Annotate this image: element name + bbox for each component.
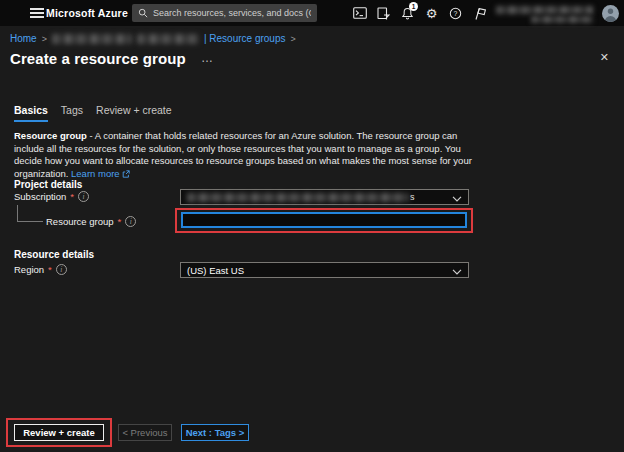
svg-text:?: ? bbox=[454, 10, 458, 17]
region-label-row: Region * i bbox=[14, 264, 67, 275]
external-link-icon bbox=[122, 169, 130, 182]
section-heading-project-details: Project details bbox=[14, 179, 82, 190]
resource-group-label: Resource group bbox=[46, 216, 114, 227]
redacted-breadcrumb-segment-1 bbox=[52, 34, 132, 44]
section-heading-resource-details: Resource details bbox=[14, 249, 94, 260]
azure-portal-window: Microsoft Azure 1 ⚙ ? bbox=[0, 0, 624, 452]
topbar-right-cluster: 1 ⚙ ? bbox=[352, 0, 619, 26]
required-marker: * bbox=[118, 216, 122, 227]
breadcrumb: Home > | Resource groups > bbox=[10, 33, 296, 44]
redacted-subscription-value bbox=[187, 193, 409, 202]
global-search[interactable] bbox=[132, 4, 317, 22]
settings-gear-icon[interactable]: ⚙ bbox=[424, 6, 439, 21]
chevron-down-icon bbox=[452, 261, 462, 279]
review-create-button[interactable]: Review + create bbox=[14, 424, 104, 441]
learn-more-link[interactable]: Learn more bbox=[71, 168, 120, 179]
next-tags-button[interactable]: Next : Tags > bbox=[181, 424, 249, 441]
directory-filter-icon[interactable] bbox=[376, 6, 391, 21]
chevron-down-icon bbox=[452, 188, 462, 206]
region-dropdown[interactable]: (US) East US bbox=[180, 262, 469, 278]
subscription-value-suffix: s bbox=[410, 192, 415, 202]
indent-connector-horizontal bbox=[17, 221, 43, 222]
subscription-label: Subscription bbox=[14, 191, 66, 202]
help-icon[interactable]: ? bbox=[448, 6, 463, 21]
indent-connector-vertical bbox=[17, 205, 18, 222]
search-input[interactable] bbox=[153, 8, 311, 18]
avatar[interactable] bbox=[602, 5, 619, 22]
required-marker: * bbox=[48, 264, 52, 275]
info-icon[interactable]: i bbox=[78, 191, 89, 202]
resource-group-input[interactable] bbox=[181, 212, 467, 228]
redacted-breadcrumb-segment-2 bbox=[137, 34, 199, 44]
title-more-menu[interactable]: … bbox=[201, 51, 214, 65]
feedback-icon[interactable] bbox=[472, 6, 487, 21]
subscription-dropdown[interactable]: s bbox=[180, 189, 469, 205]
tab-bar: Basics Tags Review + create bbox=[14, 104, 172, 122]
brand-microsoft-azure[interactable]: Microsoft Azure bbox=[46, 7, 128, 19]
cloud-shell-icon[interactable] bbox=[352, 6, 367, 21]
account-name-redacted[interactable] bbox=[496, 3, 593, 23]
required-marker: * bbox=[70, 191, 74, 202]
breadcrumb-resource-groups-link[interactable]: | Resource groups bbox=[204, 33, 286, 44]
region-value: (US) East US bbox=[187, 265, 244, 276]
notifications-bell-icon[interactable]: 1 bbox=[400, 6, 415, 21]
resource-group-label-row: Resource group * i bbox=[46, 216, 136, 227]
info-icon[interactable]: i bbox=[56, 264, 67, 275]
breadcrumb-separator: > bbox=[290, 34, 295, 44]
tab-review-create[interactable]: Review + create bbox=[96, 104, 172, 122]
hamburger-menu-icon[interactable] bbox=[30, 8, 44, 18]
tab-tags[interactable]: Tags bbox=[61, 104, 83, 122]
previous-button[interactable]: < Previous bbox=[118, 424, 172, 441]
notification-badge: 1 bbox=[409, 2, 418, 11]
breadcrumb-home-link[interactable]: Home bbox=[10, 33, 37, 44]
description-lead: Resource group bbox=[14, 130, 87, 141]
subscription-label-row: Subscription * i bbox=[14, 191, 89, 202]
page-title: Create a resource group bbox=[10, 50, 186, 67]
redacted-account-line1 bbox=[496, 6, 593, 14]
resource-group-description: Resource group - A container that holds … bbox=[14, 130, 484, 181]
info-icon[interactable]: i bbox=[125, 216, 136, 227]
tab-basics[interactable]: Basics bbox=[14, 104, 48, 122]
breadcrumb-separator: > bbox=[42, 34, 47, 44]
close-icon[interactable]: ✕ bbox=[600, 51, 609, 63]
search-icon bbox=[138, 4, 148, 22]
top-bar: Microsoft Azure 1 ⚙ ? bbox=[0, 0, 624, 26]
redacted-account-line2 bbox=[531, 16, 593, 23]
region-label: Region bbox=[14, 264, 44, 275]
